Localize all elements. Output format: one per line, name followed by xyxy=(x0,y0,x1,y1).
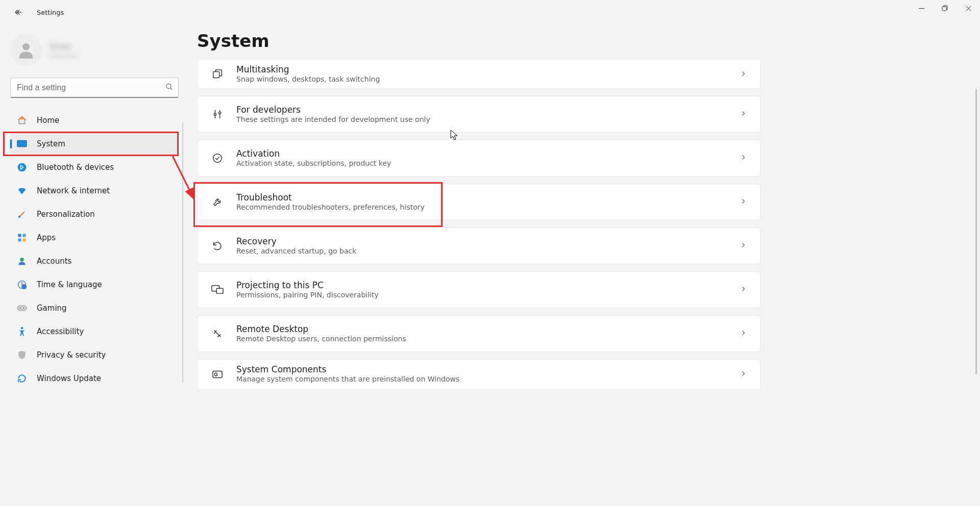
clock-globe-icon xyxy=(16,279,28,290)
annotation-highlight xyxy=(3,132,179,156)
projecting-icon xyxy=(211,283,224,296)
svg-point-6 xyxy=(18,163,27,172)
sidebar-item-label: Personalization xyxy=(37,210,95,219)
sidebar-item-accessibility[interactable]: Accessibility xyxy=(10,321,178,342)
sidebar: User example Home System Bluetooth xyxy=(0,31,184,392)
sidebar-item-label: Apps xyxy=(37,233,56,242)
minimize-button[interactable] xyxy=(910,0,933,16)
wifi-icon xyxy=(16,185,28,196)
remote-desktop-icon xyxy=(211,327,224,340)
avatar xyxy=(10,34,42,66)
card-remote-desktop[interactable]: Remote Desktop Remote Desktop users, con… xyxy=(197,315,761,352)
svg-point-2 xyxy=(22,43,30,50)
sidebar-item-label: Windows Update xyxy=(37,374,101,383)
profile-text: User example xyxy=(49,41,78,59)
card-subtitle: Remote Desktop users, connection permiss… xyxy=(236,335,406,344)
svg-point-7 xyxy=(18,216,20,218)
sidebar-item-bluetooth[interactable]: Bluetooth & devices xyxy=(10,157,178,178)
card-subtitle: Reset, advanced startup, go back xyxy=(236,247,356,256)
sidebar-item-gaming[interactable]: Gaming xyxy=(10,298,178,318)
paintbrush-icon xyxy=(16,209,28,220)
chevron-right-icon xyxy=(740,69,747,79)
profile-block[interactable]: User example xyxy=(10,31,184,69)
search-icon[interactable] xyxy=(165,83,174,93)
system-icon xyxy=(16,138,28,149)
svg-point-16 xyxy=(20,308,21,309)
close-button[interactable] xyxy=(957,0,980,16)
chevron-right-icon xyxy=(740,154,747,163)
svg-rect-25 xyxy=(213,371,222,377)
chevron-right-icon xyxy=(740,241,747,251)
multitasking-icon xyxy=(211,68,224,81)
sidebar-item-label: Accessibility xyxy=(37,327,84,336)
components-icon xyxy=(211,368,224,381)
card-for-developers[interactable]: For developers These settings are intend… xyxy=(197,96,761,133)
sidebar-scrollbar[interactable] xyxy=(182,122,183,383)
card-activation[interactable]: Activation Activation state, subscriptio… xyxy=(197,140,761,176)
svg-point-3 xyxy=(166,84,171,88)
developers-icon xyxy=(211,108,224,121)
wrench-icon xyxy=(211,195,224,209)
svg-point-12 xyxy=(20,258,24,262)
card-subtitle: These settings are intended for developm… xyxy=(236,115,430,124)
sidebar-item-system[interactable]: System xyxy=(10,134,178,154)
sidebar-item-label: Bluetooth & devices xyxy=(37,163,114,172)
accounts-icon xyxy=(16,256,28,267)
profile-name: User xyxy=(49,41,78,52)
card-title: Activation xyxy=(236,148,391,159)
card-subtitle: Permissions, pairing PIN, discoverabilit… xyxy=(236,291,379,300)
card-troubleshoot[interactable]: Troubleshoot Recommended troubleshooters… xyxy=(197,184,761,220)
main-content: System Multitasking Snap windows, deskto… xyxy=(197,28,980,506)
sidebar-item-label: Privacy & security xyxy=(37,350,106,360)
settings-list: Multitasking Snap windows, desktops, tas… xyxy=(197,60,761,389)
card-title: System Components xyxy=(236,364,459,375)
svg-point-21 xyxy=(218,112,220,114)
svg-rect-11 xyxy=(23,239,26,242)
accessibility-icon xyxy=(16,326,28,337)
svg-rect-10 xyxy=(18,239,21,242)
sidebar-item-privacy[interactable]: Privacy & security xyxy=(10,345,178,365)
content-scrollbar[interactable] xyxy=(975,89,977,374)
window-controls xyxy=(910,0,980,16)
sidebar-item-time-language[interactable]: Time & language xyxy=(10,274,178,295)
svg-rect-26 xyxy=(215,373,217,376)
back-button[interactable] xyxy=(8,2,29,22)
card-title: Projecting to this PC xyxy=(236,280,379,291)
maximize-icon xyxy=(942,5,948,11)
card-multitasking[interactable]: Multitasking Snap windows, desktops, tas… xyxy=(197,60,761,89)
card-title: Troubleshoot xyxy=(236,192,425,203)
bluetooth-icon xyxy=(16,162,28,173)
svg-point-17 xyxy=(23,308,24,309)
maximize-button[interactable] xyxy=(933,0,957,16)
sidebar-item-accounts[interactable]: Accounts xyxy=(10,251,178,271)
card-projecting[interactable]: Projecting to this PC Permissions, pairi… xyxy=(197,271,761,308)
titlebar: Settings xyxy=(0,0,980,24)
svg-point-22 xyxy=(213,154,222,163)
sidebar-item-network[interactable]: Network & internet xyxy=(10,181,178,201)
chevron-right-icon xyxy=(740,285,747,295)
chevron-right-icon xyxy=(740,329,747,339)
svg-rect-24 xyxy=(216,288,223,293)
sidebar-item-apps[interactable]: Apps xyxy=(10,227,178,248)
card-subtitle: Activation state, subscriptions, product… xyxy=(236,159,391,168)
card-subtitle: Recommended troubleshooters, preferences… xyxy=(236,203,425,212)
card-system-components[interactable]: System Components Manage system componen… xyxy=(197,359,761,389)
shield-icon xyxy=(16,349,28,361)
nav-list: Home System Bluetooth & devices Network … xyxy=(10,110,184,389)
svg-rect-1 xyxy=(942,7,946,11)
svg-rect-19 xyxy=(213,71,219,78)
recovery-icon xyxy=(211,239,224,252)
sidebar-item-home[interactable]: Home xyxy=(10,110,178,131)
minimize-icon xyxy=(919,6,924,11)
card-recovery[interactable]: Recovery Reset, advanced startup, go bac… xyxy=(197,227,761,264)
apps-icon xyxy=(16,232,28,243)
svg-rect-8 xyxy=(18,234,21,237)
chevron-right-icon xyxy=(740,110,747,119)
svg-point-18 xyxy=(21,327,23,330)
search-input[interactable] xyxy=(10,78,179,98)
svg-point-20 xyxy=(214,113,216,115)
card-subtitle: Manage system components that are preins… xyxy=(236,375,459,384)
sidebar-item-personalization[interactable]: Personalization xyxy=(10,204,178,224)
sidebar-item-windows-update[interactable]: Windows Update xyxy=(10,368,178,389)
person-icon xyxy=(16,40,36,60)
